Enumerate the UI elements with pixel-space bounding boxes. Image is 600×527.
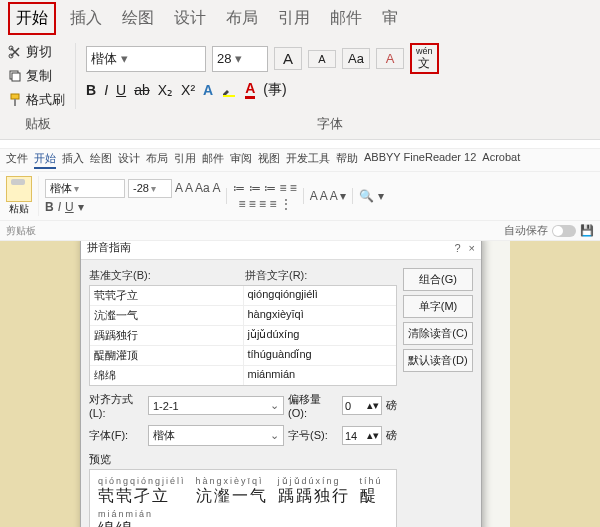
font-name-combo-2[interactable]: 楷体▾ (45, 179, 125, 198)
underline-button[interactable]: U (116, 82, 126, 98)
font-size-combo[interactable]: 28▾ (212, 46, 268, 72)
tab-file[interactable]: 文件 (6, 151, 28, 169)
superscript-button[interactable]: X² (181, 82, 195, 98)
ruby-cell[interactable]: jǔjǔdúxíng (244, 326, 397, 345)
ruby-cell[interactable]: hàngxièyīqì (244, 306, 397, 325)
base-cell[interactable]: 茕茕孑立 (90, 286, 244, 305)
font-name-combo[interactable]: 楷体▾ (86, 46, 206, 72)
fsize-spin[interactable]: 14▴▾ (342, 426, 382, 445)
clear-format-button[interactable]: A (376, 48, 404, 69)
tab-abbyy[interactable]: ABBYY FineReader 12 (364, 151, 476, 169)
separator (352, 188, 353, 204)
font-label: 字体(F): (89, 428, 144, 443)
base-cell[interactable]: 绵绵 (90, 366, 244, 385)
combine-button[interactable]: 组合(G) (403, 268, 473, 291)
more-font-2[interactable]: ▾ (78, 200, 84, 214)
tab-design[interactable]: 设计 (168, 4, 212, 33)
ribbon-body: 剪切 复制 格式刷 楷体▾ 28▾ A A Aa A (0, 37, 600, 113)
tab-dev-2[interactable]: 开发工具 (286, 151, 330, 169)
ruby-row[interactable]: 沆瀣一气hàngxièyīqì (90, 306, 396, 326)
tab-draw-2[interactable]: 绘图 (90, 151, 112, 169)
cut-button[interactable]: 剪切 (8, 43, 65, 61)
bold-button[interactable]: B (86, 82, 96, 98)
font-combo-dlg[interactable]: 楷体⌄ (148, 425, 284, 446)
align-combo[interactable]: 1-2-1⌄ (148, 396, 284, 415)
font-size-value-2: -28 (133, 182, 149, 194)
editing-group: 🔍 ▾ (359, 189, 383, 203)
autosave-toggle[interactable] (552, 225, 576, 237)
tab-review-cut[interactable]: 审 (376, 4, 404, 33)
enclose-char-button[interactable]: (事) (263, 81, 286, 99)
tab-ref-2[interactable]: 引用 (174, 151, 196, 169)
ruby-row[interactable]: 绵绵miánmián (90, 366, 396, 385)
underline-button-2[interactable]: U (65, 200, 74, 214)
tab-insert-2[interactable]: 插入 (62, 151, 84, 169)
subscript-button[interactable]: X₂ (158, 82, 173, 98)
tab-design-2[interactable]: 设计 (118, 151, 140, 169)
tab-draw[interactable]: 绘图 (116, 4, 160, 33)
ruby-cell[interactable]: miánmián (244, 366, 397, 385)
tab-mail-2[interactable]: 邮件 (202, 151, 224, 169)
base-cell[interactable]: 沆瀣一气 (90, 306, 244, 325)
font-row-1: 楷体▾ 28▾ A A Aa A wén 文 (86, 43, 592, 74)
ruby-row[interactable]: 茕茕孑立qióngqióngjiélì (90, 286, 396, 306)
svg-rect-3 (12, 73, 20, 81)
phonetic-guide-button[interactable]: wén 文 (410, 43, 439, 74)
save-icon[interactable]: 💾 (580, 224, 594, 237)
italic-button[interactable]: I (104, 82, 108, 98)
default-reading-button[interactable]: 默认读音(D) (403, 349, 473, 372)
font-color-button[interactable]: A (245, 80, 255, 99)
grow-font-button[interactable]: A (274, 47, 302, 70)
font-value-dlg: 楷体 (153, 428, 175, 443)
font-group: 楷体▾ 28▾ A A Aa A wén 文 B I U ab X₂ (76, 43, 592, 99)
copy-button[interactable]: 复制 (8, 67, 65, 85)
format-painter-label: 格式刷 (26, 91, 65, 109)
font-name-value: 楷体 (91, 50, 117, 68)
tab-home-2[interactable]: 开始 (34, 151, 56, 169)
separator (226, 188, 227, 204)
clipboard-group-label: 贴板 (8, 115, 68, 133)
fsize-label: 字号(S): (288, 428, 338, 443)
preview-pinyin: hàngxièyīqì (196, 476, 268, 486)
chevron-down-icon: ▾ (121, 51, 128, 66)
highlight-button[interactable] (221, 82, 237, 98)
tab-review-2[interactable]: 审阅 (230, 151, 252, 169)
font-size-combo-2[interactable]: -28▾ (128, 179, 172, 198)
shrink-font-button[interactable]: A (308, 50, 336, 68)
text-effects-button[interactable]: A (203, 82, 213, 98)
offset-spin[interactable]: 0▴▾ (342, 396, 382, 415)
format-painter-button[interactable]: 格式刷 (8, 91, 65, 109)
base-cell[interactable]: 踽踽独行 (90, 326, 244, 345)
font-row-2: B I U ab X₂ X² A A (事) (86, 80, 592, 99)
preview-label: 预览 (89, 452, 397, 467)
ruby-row[interactable]: 醍醐灌顶tíhúguàndǐng (90, 346, 396, 366)
bold-button-2[interactable]: B (45, 200, 54, 214)
chevron-down-icon: ⌄ (270, 429, 279, 442)
strike-button[interactable]: ab (134, 82, 150, 98)
preview-hanzi: 绵绵 (98, 519, 388, 527)
tab-insert[interactable]: 插入 (64, 4, 108, 33)
tab-layout-2[interactable]: 布局 (146, 151, 168, 169)
group-labels: 贴板 字体 (0, 113, 600, 139)
tab-mailings[interactable]: 邮件 (324, 4, 368, 33)
tab-help-2[interactable]: 帮助 (336, 151, 358, 169)
tab-view-2[interactable]: 视图 (258, 151, 280, 169)
paste-label: 粘贴 (9, 202, 29, 216)
chevron-down-icon: ▾ (235, 51, 242, 66)
change-case-button[interactable]: Aa (342, 48, 370, 69)
single-button[interactable]: 单字(M) (403, 295, 473, 318)
tab-layout[interactable]: 布局 (220, 4, 264, 33)
ruby-row[interactable]: 踽踽独行jǔjǔdúxíng (90, 326, 396, 346)
fsize-value: 14 (345, 430, 357, 442)
base-cell[interactable]: 醍醐灌顶 (90, 346, 244, 365)
tab-references[interactable]: 引用 (272, 4, 316, 33)
paste-button[interactable]: 粘贴 (6, 176, 39, 216)
tab-acrobat[interactable]: Acrobat (482, 151, 520, 169)
close-button[interactable]: × (469, 242, 475, 254)
tab-home[interactable]: 开始 (8, 2, 56, 35)
help-button[interactable]: ? (454, 242, 460, 254)
italic-button-2[interactable]: I (58, 200, 61, 214)
clear-reading-button[interactable]: 清除读音(C) (403, 322, 473, 345)
ruby-cell[interactable]: tíhúguàndǐng (244, 346, 397, 365)
ruby-cell[interactable]: qióngqióngjiélì (244, 286, 397, 305)
